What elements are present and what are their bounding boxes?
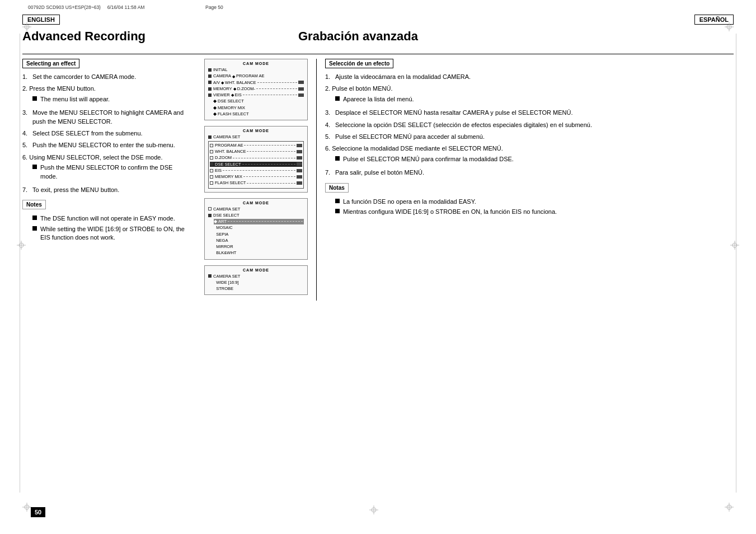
steps-list-en: 1. Set the camcorder to CAMERA mode. 2. …	[22, 73, 190, 194]
diagram-1: CAM MODE INITIAL CAMERA◆PROGRAM AE A/V◆W…	[204, 59, 308, 120]
notes-label-es: Notas	[325, 183, 349, 193]
page-number: 50	[31, 507, 45, 517]
doc-id: 00792D SCD903 US+ESP(28~63)	[28, 4, 101, 10]
title-es-block: Grabación avanzada	[298, 28, 734, 49]
diagram-4: CAM MODE CAMERA SET WIDE [16:9] STROBE	[204, 265, 308, 296]
step-es-4: 4. Seleccione la opción DSE SELECT (sele…	[325, 121, 734, 129]
step-en-5: 5. Push the MENU SELECTOR to enter the s…	[22, 141, 190, 149]
bullet-en-2: The menu list will appear.	[32, 95, 110, 104]
step-es-7: 7. Para salir, pulse el botón MENÚ.	[325, 168, 734, 177]
step-es-5: 5. Pulse el SELECTOR MENÚ para acceder a…	[325, 133, 734, 141]
crosshair-tr	[725, 22, 734, 31]
camera-set-box: PROGRAM AE WHT. BALANCE D.ZOOM DSE SELEC…	[208, 141, 304, 189]
crosshair-tl	[22, 22, 31, 31]
step-en-6: 6. Using MENU SELECTOR, select the DSE m…	[22, 153, 190, 182]
note-bullet-es-2	[335, 209, 340, 213]
dse-list: ◆ ART MOSAIC SEPIA NEGA MIRROR BLK&WHT	[214, 219, 304, 256]
col-english: Selecting an effect 1. Set the camcorder…	[22, 59, 196, 301]
titles-row: Advanced Recording Grabación avanzada	[0, 28, 756, 49]
bullet-icon-en-6	[32, 165, 37, 169]
main-layout: Selecting an effect 1. Set the camcorder…	[0, 54, 756, 301]
note-en-2: While setting the WIDE [16:9] or STROBE …	[32, 225, 190, 242]
bullet-icon-es-6	[335, 156, 340, 161]
notes-section-es: Notas La función DSE no opera en la moda…	[325, 183, 734, 217]
diagrams-col: CAM MODE INITIAL CAMERA◆PROGRAM AE A/V◆W…	[196, 59, 316, 301]
lang-header-row: ENGLISH ESPAÑOL	[0, 10, 756, 28]
doc-date: 6/16/04 11:58 AM	[107, 4, 145, 10]
subsec-en: Selecting an effect	[22, 59, 190, 73]
subsec-es: Selección de un efecto	[325, 59, 734, 73]
page-ref: Page 50	[205, 4, 223, 10]
crosshair-rm	[730, 241, 739, 250]
notes-list-es: La función DSE no opera en la modalidad …	[335, 198, 734, 217]
diagram-3: CAM MODE CAMERA SET DSE SELECT ◆ ART MOS…	[204, 198, 308, 260]
note-bullet-es-1	[335, 199, 340, 203]
bullet-en-6: Push the MENU SELECTOR to confirm the DS…	[32, 163, 190, 181]
right-border-line	[736, 34, 736, 493]
note-bullet-1	[32, 216, 37, 220]
step-en-1: 1. Set the camcorder to CAMERA mode.	[22, 73, 190, 81]
title-es: Grabación avanzada	[298, 29, 734, 44]
page-container: 00792D SCD903 US+ESP(28~63) 6/16/04 11:5…	[0, 0, 756, 534]
notes-section-en: Notes The DSE function will not operate …	[22, 200, 190, 242]
step-en-2: 2. Press the MENU button. The menu list …	[22, 85, 190, 105]
step-es-1: 1. Ajuste la videocámara en la modalidad…	[325, 73, 734, 81]
step-es-2: 2. Pulse el botón MENÚ. Aparece la lista…	[325, 85, 734, 105]
diagram-2: CAM MODE CAMERA SET PROGRAM AE WHT. BALA…	[204, 126, 308, 193]
col-spanish: Selección de un efecto 1. Ajuste la vide…	[316, 59, 734, 301]
step-en-7: 7. To exit, press the MENU button.	[22, 186, 190, 194]
notes-label-en: Notes	[22, 200, 46, 209]
note-es-2: Mientras configura WIDE [16:9] o STROBE …	[335, 208, 734, 216]
camera-sub-list: WIDE [16:9] STROBE	[214, 280, 304, 292]
left-border-line	[20, 34, 20, 493]
note-en-1: The DSE function will not operate in EAS…	[32, 214, 190, 223]
bullet-icon-en-2	[32, 96, 37, 101]
step-en-3: 3. Move the MENU SELECTOR to highlight C…	[22, 109, 190, 126]
note-es-1: La función DSE no opera en la modalidad …	[335, 198, 734, 206]
step-es-3: 3. Desplace el SELECTOR MENÚ hasta resal…	[325, 109, 734, 117]
crosshair-bl	[22, 503, 31, 512]
top-meta: 00792D SCD903 US+ESP(28~63) 6/16/04 11:5…	[0, 0, 756, 10]
steps-list-es: 1. Ajuste la videocámara en la modalidad…	[325, 73, 734, 177]
step-es-6: 6. Seleccione la modalidad DSE mediante …	[325, 144, 734, 165]
notes-list-en: The DSE function will not operate in EAS…	[32, 214, 190, 242]
crosshair-bc	[369, 505, 378, 514]
note-bullet-2	[32, 226, 37, 231]
bullet-es-6: Pulse el SELECTOR MENÚ para confirmar la…	[335, 155, 514, 163]
crosshair-lm	[17, 241, 26, 250]
title-en: Advanced Recording	[22, 29, 293, 44]
title-en-block: Advanced Recording	[22, 28, 293, 49]
crosshair-br	[725, 503, 734, 512]
step-en-4: 4. Select DSE SELECT from the submenu.	[22, 129, 190, 138]
bullet-es-2: Aparece la lista del menú.	[335, 95, 414, 104]
bullet-icon-es-2	[335, 96, 340, 101]
